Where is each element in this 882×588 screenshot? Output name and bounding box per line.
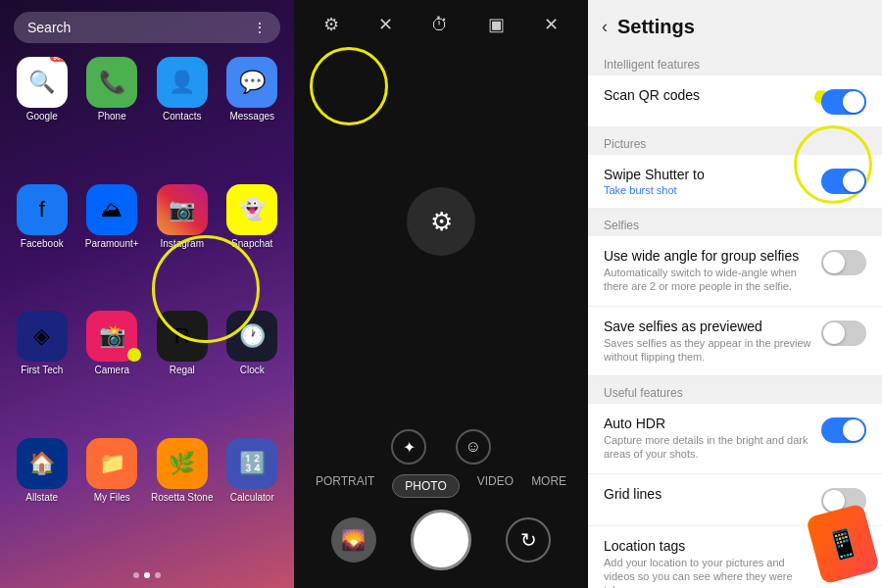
effects-icon[interactable]: ✦: [391, 429, 426, 465]
settings-item-save-selfies-as-prev[interactable]: Save selfies as previewedSaves selfies a…: [588, 307, 882, 377]
app-item-facebook[interactable]: fFacebook: [10, 184, 74, 306]
app-icon-paramount: ⛰: [86, 184, 137, 235]
cam-mode-portrait[interactable]: PORTRAIT: [316, 474, 374, 498]
settings-panel: ‹ Settings Intelligent featuresScan QR c…: [588, 0, 882, 588]
settings-item-title: Swipe Shutter to: [604, 167, 813, 182]
app-icon-firsttech: ◈: [17, 311, 68, 362]
app-item-messages[interactable]: 💬Messages: [220, 57, 285, 178]
app-icon-myfiles: 📁: [86, 438, 137, 489]
back-button[interactable]: ‹: [602, 17, 608, 37]
settings-item-text: Save selfies as previewedSaves selfies a…: [604, 318, 813, 365]
flip-camera-button[interactable]: ↻: [506, 517, 551, 563]
page-dot-3[interactable]: [155, 572, 161, 578]
settings-item-title: Grid lines: [604, 486, 813, 502]
camera-modes: PORTRAITPHOTOVIDEOMORE: [294, 474, 588, 498]
app-label-paramount: Paramount+: [85, 238, 139, 249]
section-label-selfies: Selfies: [588, 209, 882, 236]
app-icon-regal: R: [157, 311, 208, 362]
app-icon-clock: 🕐: [226, 311, 277, 362]
app-label-snapchat: Snapchat: [231, 238, 272, 249]
more-cam-icon[interactable]: ✕: [544, 14, 559, 35]
app-item-paramount[interactable]: ⛰Paramount+: [80, 184, 145, 306]
section-label-pictures: Pictures: [588, 127, 882, 155]
settings-item-text: Use wide angle for group selfiesAutomati…: [604, 248, 813, 294]
settings-item-text: Swipe Shutter toTake burst shot: [604, 167, 813, 196]
toggle-knob: [823, 322, 845, 344]
badge-instagram: 2: [202, 184, 208, 189]
ratio-icon[interactable]: ▣: [488, 14, 505, 35]
app-icon-facebook: f: [17, 184, 68, 235]
camera-controls: 🌄 ↻: [294, 510, 588, 578]
app-icon-phone: 📞: [86, 57, 137, 108]
app-label-clock: Clock: [240, 365, 265, 375]
app-item-snapchat[interactable]: 👻5Snapchat: [220, 184, 285, 306]
more-icon: ⋮: [253, 20, 267, 35]
settings-item-scan-qr-codes[interactable]: Scan QR codes: [588, 75, 882, 127]
app-item-firsttech[interactable]: ◈First Tech: [10, 311, 74, 432]
app-item-regal[interactable]: RRegal: [150, 311, 215, 432]
settings-item-swipe-shutter-to[interactable]: Swipe Shutter toTake burst shot: [588, 155, 882, 209]
settings-item-text: Location tagsAdd your location to your p…: [604, 538, 813, 588]
settings-item-text: Grid lines: [604, 486, 813, 502]
app-item-clock[interactable]: 🕐Clock: [220, 311, 285, 432]
app-item-phone[interactable]: 📞Phone: [80, 57, 145, 178]
settings-item-use-wide-angle-for-g[interactable]: Use wide angle for group selfiesAutomati…: [588, 236, 882, 307]
settings-list: Intelligent featuresScan QR codesPicture…: [588, 48, 882, 588]
cam-mode-photo[interactable]: PHOTO: [392, 474, 459, 498]
settings-item-title: Save selfies as previewed: [604, 318, 813, 334]
section-label-intelligent-features: Intelligent features: [588, 48, 882, 75]
settings-title: Settings: [617, 16, 695, 38]
cam-mode-more[interactable]: MORE: [531, 474, 566, 498]
page-dot-2[interactable]: [144, 572, 150, 578]
toggle-save-selfies-as[interactable]: [821, 320, 866, 346]
app-icon-calculator: 🔢: [226, 438, 277, 489]
app-label-regal: Regal: [170, 365, 195, 375]
settings-item-text: Scan QR codes: [604, 87, 813, 103]
settings-header: ‹ Settings: [588, 0, 882, 48]
settings-center-icon: ⚙: [407, 187, 475, 256]
search-bar[interactable]: Search ⋮: [14, 12, 280, 43]
toggle-auto-hdr[interactable]: [821, 417, 866, 443]
app-item-rosetta[interactable]: 🌿Rosetta Stone: [150, 438, 215, 560]
search-label: Search: [27, 20, 71, 35]
settings-item-desc: Capture more details in the bright and d…: [604, 433, 813, 462]
settings-item-desc: Automatically switch to wide-angle when …: [604, 266, 813, 294]
toggle-knob: [843, 419, 864, 441]
toggle-use-wide-angle-[interactable]: [821, 250, 866, 275]
shutter-button[interactable]: [411, 510, 471, 570]
page-dot-1[interactable]: [133, 572, 139, 578]
app-label-facebook: Facebook: [21, 238, 64, 249]
app-label-phone: Phone: [98, 111, 126, 122]
section-label-useful-features: Useful features: [588, 376, 882, 404]
app-item-instagram[interactable]: 📷2Instagram: [150, 184, 215, 306]
yellow-dot: [127, 348, 141, 362]
toggle-knob: [843, 91, 864, 113]
app-label-rosetta: Rosetta Stone: [151, 492, 213, 503]
app-drawer: Search ⋮ 🔍999+Google📞Phone👤Contacts💬Mess…: [0, 0, 294, 588]
app-icon-google: 🔍999+: [17, 57, 68, 108]
app-label-google: Google: [26, 111, 58, 122]
app-item-calculator[interactable]: 🔢Calculator: [220, 438, 285, 560]
settings-item-desc: Saves selfies as they appear in the prev…: [604, 336, 813, 365]
settings-item-link[interactable]: Take burst shot: [604, 184, 813, 196]
cam-mode-video[interactable]: VIDEO: [477, 474, 514, 498]
app-item-camera[interactable]: 📸Camera: [80, 311, 145, 432]
emoji-icon[interactable]: ☺: [456, 429, 491, 465]
badge-google: 999+: [50, 57, 68, 62]
settings-icon[interactable]: ⚙: [323, 14, 339, 35]
settings-item-auto-hdr[interactable]: Auto HDRCapture more details in the brig…: [588, 404, 882, 474]
app-label-camera: Camera: [94, 365, 129, 375]
camera-bottom: ✦ ☺ PORTRAITPHOTOVIDEOMORE 🌄 ↻: [294, 419, 588, 588]
app-item-myfiles[interactable]: 📁My Files: [80, 438, 145, 560]
app-item-allstate[interactable]: 🏠Allstate: [10, 438, 74, 560]
camera-top-bar: ⚙ ✕ ⏱ ▣ ✕: [294, 0, 588, 43]
flash-icon[interactable]: ✕: [378, 14, 393, 35]
gallery-thumbnail[interactable]: 🌄: [331, 517, 376, 563]
toggle-scan-qr-codes[interactable]: [821, 89, 866, 115]
timer-icon[interactable]: ⏱: [431, 15, 449, 35]
toggle-swipe-shutter-t[interactable]: [821, 169, 866, 194]
app-item-contacts[interactable]: 👤Contacts: [150, 57, 215, 178]
app-icon-messages: 💬: [226, 57, 277, 108]
camera-panel: ⚙ ✕ ⏱ ▣ ✕ ⚙ ✦ ☺ PORTRAITPHOTOVIDEOMORE 🌄…: [294, 0, 588, 588]
app-item-google[interactable]: 🔍999+Google: [10, 57, 74, 178]
